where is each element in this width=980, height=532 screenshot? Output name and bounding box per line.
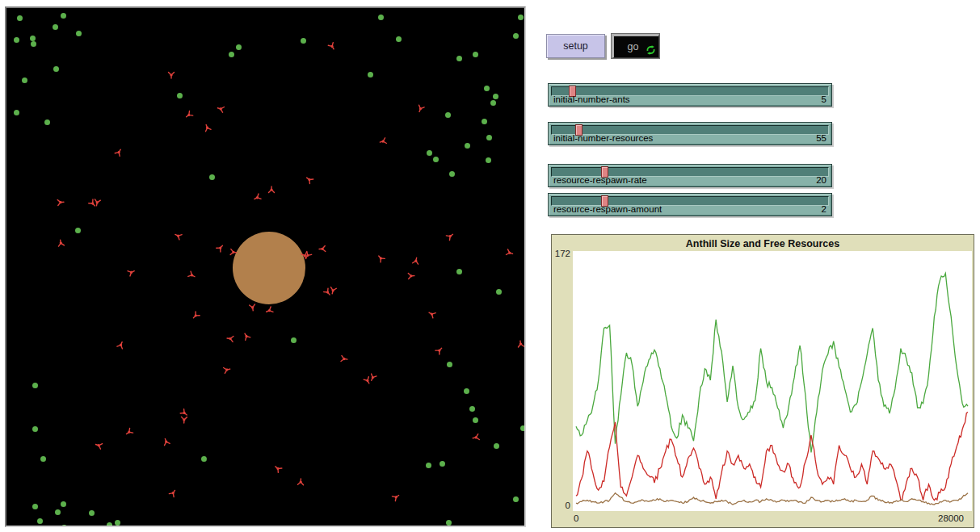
- go-button-label: go: [628, 41, 639, 52]
- ant: [377, 255, 389, 266]
- resource-dot: [32, 504, 38, 509]
- resource-dot: [61, 13, 66, 19]
- resource-dot: [17, 15, 23, 21]
- slider-value: 20: [816, 175, 826, 185]
- resource-dot: [426, 463, 431, 468]
- plot-lines: [573, 251, 972, 511]
- ant: [111, 149, 123, 161]
- ant: [306, 176, 318, 187]
- ant: [267, 189, 275, 197]
- ant: [297, 481, 305, 490]
- ant: [186, 107, 197, 119]
- resource-dot: [493, 94, 498, 99]
- resource-dot: [520, 425, 526, 431]
- ant: [126, 425, 137, 436]
- ant: [431, 347, 443, 358]
- resource-dot: [40, 456, 46, 462]
- slider-label: initial-number-resources: [553, 133, 653, 143]
- recycle-arrows-icon: [646, 45, 656, 55]
- ant: [267, 304, 277, 314]
- resource-dot: [31, 41, 36, 47]
- ant: [97, 442, 107, 452]
- y-axis-min-label: 0: [552, 501, 570, 510]
- resource-dot: [30, 36, 36, 41]
- resource-dot: [53, 66, 59, 72]
- ant: [242, 333, 254, 345]
- resource-dot: [465, 143, 470, 149]
- resource-dot: [518, 15, 524, 20]
- ant: [226, 248, 235, 257]
- resource-dot: [44, 119, 50, 125]
- resource-dot: [513, 33, 519, 39]
- resource-dot: [53, 24, 58, 30]
- resource-dot: [396, 36, 402, 42]
- slider-initial-number-resources[interactable]: initial-number-resources 55: [548, 122, 832, 145]
- resource-dot: [456, 269, 462, 274]
- setup-button-label: setup: [563, 40, 588, 52]
- ant: [404, 272, 413, 281]
- ant: [175, 232, 186, 242]
- resource-dot: [177, 93, 183, 98]
- ant: [381, 136, 391, 145]
- resource-dot: [446, 520, 452, 526]
- ant: [204, 126, 214, 136]
- ant: [180, 413, 188, 421]
- plot-title: Anthill Size and Free Resources: [552, 238, 974, 249]
- ant: [183, 268, 195, 279]
- go-button[interactable]: go: [612, 34, 659, 58]
- resource-dot: [469, 406, 475, 412]
- resource-dot: [496, 289, 502, 295]
- resource-dot: [115, 520, 120, 526]
- resource-dot: [427, 150, 432, 156]
- world-view[interactable]: [5, 6, 526, 527]
- resource-dot: [473, 417, 478, 423]
- resource-dot: [89, 510, 95, 516]
- resource-dot: [513, 496, 519, 502]
- ant: [166, 490, 177, 501]
- ant: [442, 232, 453, 244]
- resource-dot: [368, 72, 373, 77]
- resource-dot: [433, 157, 439, 162]
- ant: [336, 354, 345, 362]
- resource-dot: [61, 525, 67, 527]
- ant: [388, 493, 399, 505]
- y-axis-max-label: 172: [552, 249, 570, 258]
- slider-resource-respawn-rate[interactable]: resource-respawn-rate 20: [548, 164, 832, 187]
- ant: [275, 465, 286, 476]
- ant: [474, 432, 484, 442]
- plot-area: [573, 251, 972, 511]
- brown-line: [576, 493, 968, 505]
- resource-dot: [440, 461, 445, 467]
- resource-dot: [55, 509, 61, 515]
- resource-dot: [494, 443, 499, 449]
- slider-initial-number-ants[interactable]: initial-number-ants 5: [548, 83, 832, 107]
- plot-widget: Anthill Size and Free Resources 172 0 0 …: [551, 234, 974, 528]
- ant: [53, 199, 62, 207]
- resource-dot: [37, 518, 43, 524]
- resource-dot: [486, 135, 492, 140]
- resource-dot: [107, 522, 112, 527]
- resource-dot: [236, 44, 242, 50]
- ant: [123, 268, 133, 279]
- ant: [57, 241, 66, 251]
- resource-dot: [490, 100, 496, 106]
- resource-dot: [75, 228, 81, 233]
- ant: [329, 283, 339, 292]
- ant: [162, 440, 173, 450]
- ant: [219, 105, 229, 115]
- ant: [325, 38, 336, 49]
- ant: [114, 342, 124, 353]
- ant: [322, 245, 330, 253]
- x-axis-max-label: 28000: [938, 513, 964, 523]
- setup-button[interactable]: setup: [546, 34, 605, 58]
- resource-dot: [61, 501, 66, 507]
- resource-dot: [482, 119, 487, 124]
- slider-resource-respawn-amount[interactable]: resource-respawn-amount 2: [548, 193, 832, 216]
- ant: [219, 366, 229, 375]
- resource-dot: [76, 31, 82, 36]
- resource-dot: [484, 86, 490, 91]
- slider-value: 55: [816, 133, 826, 143]
- resource-dot: [291, 337, 297, 343]
- ant: [212, 245, 224, 256]
- resource-dot: [449, 171, 455, 177]
